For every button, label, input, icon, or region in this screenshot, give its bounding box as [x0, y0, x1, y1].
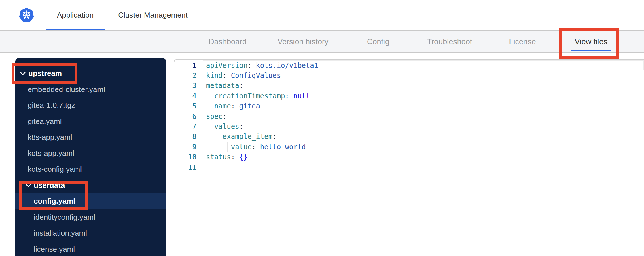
- tab-label: Dashboard: [209, 37, 247, 46]
- file-gitea-yaml[interactable]: gitea.yaml: [15, 114, 166, 130]
- tab-config[interactable]: Config: [367, 31, 389, 52]
- page: ApplicationCluster Management DashboardV…: [0, 0, 644, 256]
- code-line-9[interactable]: 9 value: hello world: [174, 142, 644, 152]
- active-tab-underline: [571, 50, 611, 51]
- file-tree-label: kots-app.yaml: [28, 149, 74, 158]
- tab-label: Version history: [277, 37, 328, 46]
- line-number: 9: [174, 143, 196, 151]
- folder-upstream[interactable]: upstream: [15, 66, 166, 82]
- code-line-8[interactable]: 8 example_item:: [174, 132, 644, 142]
- file-tree-label: config.yaml: [34, 197, 75, 206]
- file-tree-label: userdata: [34, 181, 65, 190]
- file-installation-yaml[interactable]: installation.yaml: [15, 225, 166, 241]
- file-license-yaml[interactable]: license.yaml: [15, 241, 166, 256]
- tab-dashboard[interactable]: Dashboard: [209, 31, 247, 52]
- tab-label: License: [509, 37, 536, 46]
- code-line-1[interactable]: 1apiVersion: kots.io/v1beta1: [174, 60, 644, 70]
- line-number: 4: [174, 92, 196, 100]
- app-header: ApplicationCluster Management: [0, 0, 644, 31]
- tab-view-files[interactable]: View files: [575, 31, 607, 52]
- code-line-11[interactable]: 11: [174, 162, 644, 172]
- tab-version-history[interactable]: Version history: [277, 31, 328, 52]
- file-tree-label: license.yaml: [34, 245, 75, 254]
- chevron-down-icon: [26, 182, 31, 187]
- file-config-yaml[interactable]: config.yaml: [15, 193, 166, 209]
- file-k8s-app-yaml[interactable]: k8s-app.yaml: [15, 129, 166, 146]
- code-line-3[interactable]: 3metadata:: [174, 81, 644, 91]
- subnav: DashboardVersion historyConfigTroublesho…: [0, 31, 644, 53]
- code-text: creationTimestamp: null: [206, 92, 310, 100]
- line-number: 11: [174, 163, 196, 171]
- file-embedded-cluster-yaml[interactable]: embedded-cluster.yaml: [15, 82, 166, 98]
- line-number: 3: [174, 82, 196, 90]
- file-tree-label: installation.yaml: [34, 229, 87, 238]
- tab-label: View files: [575, 37, 607, 46]
- code-text: apiVersion: kots.io/v1beta1: [206, 62, 318, 70]
- tab-license[interactable]: License: [509, 31, 536, 52]
- code-lines: 1apiVersion: kots.io/v1beta12kind: Confi…: [174, 60, 644, 172]
- file-viewer-editor[interactable]: 1apiVersion: kots.io/v1beta12kind: Confi…: [174, 59, 644, 256]
- file-kots-app-yaml[interactable]: kots-app.yaml: [15, 146, 166, 162]
- file-tree-label: embedded-cluster.yaml: [28, 85, 105, 94]
- file-identityconfig-yaml[interactable]: identityconfig.yaml: [15, 209, 166, 226]
- code-text: status: {}: [206, 153, 248, 161]
- line-number: 8: [174, 133, 196, 141]
- file-tree[interactable]: upstreamembedded-cluster.yamlgitea-1.0.7…: [15, 58, 166, 256]
- line-number: 6: [174, 112, 196, 121]
- code-text: kind: ConfigValues: [206, 72, 281, 80]
- primary-tab-label: Cluster Management: [118, 11, 187, 20]
- file-tree-label: gitea.yaml: [28, 117, 62, 126]
- file-tree-label: upstream: [28, 69, 62, 78]
- primary-tab-cluster-management[interactable]: Cluster Management: [115, 0, 191, 30]
- file-tree-label: k8s-app.yaml: [28, 133, 72, 142]
- code-line-2[interactable]: 2kind: ConfigValues: [174, 70, 644, 81]
- file-tree-label: identityconfig.yaml: [34, 213, 95, 222]
- file-gitea-1-0-7-tgz[interactable]: gitea-1.0.7.tgz: [15, 98, 166, 114]
- code-text: example_item:: [206, 133, 277, 141]
- chevron-down-icon: [20, 70, 25, 75]
- code-text: spec:: [206, 112, 227, 121]
- code-line-6[interactable]: 6spec:: [174, 111, 644, 121]
- tab-label: Troubleshoot: [427, 37, 472, 46]
- code-text: value: hello world: [206, 143, 306, 151]
- file-tree-label: gitea-1.0.7.tgz: [28, 101, 75, 110]
- tab-troubleshoot[interactable]: Troubleshoot: [427, 31, 472, 52]
- code-text: values:: [206, 123, 243, 131]
- folder-userdata[interactable]: userdata: [15, 177, 166, 194]
- primary-tab-application[interactable]: Application: [46, 0, 105, 30]
- code-line-4[interactable]: 4 creationTimestamp: null: [174, 91, 644, 101]
- code-text: metadata:: [206, 82, 243, 90]
- code-line-7[interactable]: 7 values:: [174, 121, 644, 131]
- primary-tab-label: Application: [57, 11, 94, 20]
- line-number: 7: [174, 123, 196, 131]
- active-tab-underline: [46, 29, 105, 30]
- file-kots-config-yaml[interactable]: kots-config.yaml: [15, 161, 166, 177]
- file-tree-label: kots-config.yaml: [28, 165, 82, 174]
- line-number: 5: [174, 102, 196, 110]
- code-line-5[interactable]: 5 name: gitea: [174, 101, 644, 111]
- code-text: name: gitea: [206, 102, 260, 110]
- tab-label: Config: [367, 37, 389, 46]
- code-line-10[interactable]: 10status: {}: [174, 152, 644, 162]
- primary-nav: ApplicationCluster Management: [0, 0, 644, 30]
- line-number: 2: [174, 72, 196, 80]
- line-number: 10: [174, 153, 196, 161]
- line-number: 1: [174, 62, 196, 70]
